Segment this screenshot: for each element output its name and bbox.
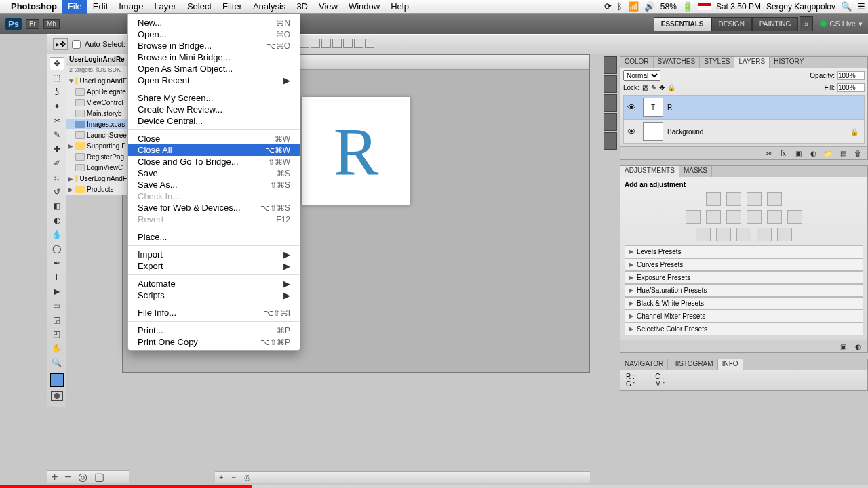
lock-transparent-icon[interactable]: ▨ <box>642 84 648 92</box>
timemachine-icon[interactable]: ⟳ <box>604 1 612 12</box>
panel-tab[interactable]: HISTOGRAM <box>668 359 717 370</box>
file-menu-item[interactable]: Share My Screen... <box>128 92 300 104</box>
add-icon[interactable]: + <box>52 471 58 483</box>
layer-row[interactable]: 👁TR <box>623 95 865 119</box>
new-layer-icon[interactable]: ▤ <box>837 148 848 158</box>
project-item[interactable]: ViewControl <box>66 97 128 108</box>
fill-input[interactable] <box>837 83 865 92</box>
history-brush-tool[interactable]: ↺ <box>50 185 64 199</box>
battery-percent[interactable]: 58% <box>660 2 677 12</box>
menu-image[interactable]: Image <box>113 0 149 14</box>
lock-all-icon[interactable]: 🔒 <box>667 84 675 92</box>
crop-tool[interactable]: ✂ <box>50 114 64 127</box>
file-menu-item[interactable]: Place... <box>128 231 300 243</box>
canvas[interactable]: R <box>302 97 410 205</box>
preset-item[interactable]: Exposure Presets <box>625 271 863 284</box>
3d-camera-tool[interactable]: ◰ <box>50 327 64 341</box>
project-item[interactable]: RegisterPag <box>66 151 128 162</box>
project-item[interactable]: ▶UserLoginAndF <box>66 173 128 184</box>
project-item[interactable]: Main.storyb <box>66 108 128 119</box>
panel-tab[interactable]: MASKS <box>679 166 712 177</box>
file-menu-item[interactable]: Save As...⇧⌘S <box>128 179 300 190</box>
menu-filter[interactable]: Filter <box>217 0 248 14</box>
video-progress-bar[interactable] <box>0 485 868 488</box>
quickselect-tool[interactable]: ✦ <box>50 100 64 113</box>
cs-live-button[interactable]: CS Live ▾ <box>820 20 863 28</box>
preset-item[interactable]: Selective Color Presets <box>625 323 863 336</box>
stamp-tool[interactable]: ⎌ <box>50 171 64 184</box>
file-menu-item[interactable]: Open...⌘O <box>128 28 300 40</box>
gradient-tool[interactable]: ◐ <box>50 214 64 227</box>
file-menu-item[interactable]: File Info...⌥⇧⌘I <box>128 307 300 319</box>
lasso-tool[interactable]: ʖ <box>50 85 64 99</box>
workspace-painting[interactable]: PAINTING <box>752 17 798 31</box>
file-menu-item[interactable]: Open Recent▶ <box>128 75 300 86</box>
fit-icon[interactable]: ◎ <box>244 473 251 482</box>
file-menu-item[interactable]: Browse in Bridge...⌥⌘O <box>128 40 300 52</box>
battery-icon[interactable]: 🔋 <box>682 1 693 12</box>
app-name[interactable]: Photoshop <box>11 1 57 12</box>
file-menu-item[interactable]: Print...⌘P <box>128 325 300 336</box>
project-item[interactable]: AppDelegate <box>66 86 128 97</box>
menu-help[interactable]: Help <box>385 0 414 14</box>
volume-icon[interactable]: 🔊 <box>644 1 655 12</box>
auto-select-checkbox[interactable] <box>72 40 81 49</box>
preset-item[interactable]: Black & White Presets <box>625 297 863 310</box>
menu-view[interactable]: View <box>313 0 343 14</box>
quickmask-icon[interactable] <box>51 391 63 401</box>
file-menu-item[interactable]: Close⌘W <box>128 133 300 144</box>
panel-tab[interactable]: STYLES <box>700 57 734 68</box>
opacity-input[interactable] <box>837 71 865 80</box>
type-tool[interactable]: T <box>50 270 64 284</box>
delete-layer-icon[interactable]: 🗑 <box>852 148 863 158</box>
panel-tab[interactable]: INFO <box>718 359 743 370</box>
bluetooth-icon[interactable]: ᛒ <box>617 1 623 12</box>
spotlight-icon[interactable]: 🔍 <box>841 1 852 12</box>
menu-file[interactable]: File <box>62 0 87 14</box>
project-item[interactable]: LoginViewC <box>66 162 128 173</box>
panel-tab[interactable]: ADJUSTMENTS <box>620 166 679 177</box>
menubar-clock[interactable]: Sat 3:50 PM <box>716 2 761 12</box>
adjustment-layer-icon[interactable]: ◐ <box>808 148 818 158</box>
layer-mask-icon[interactable]: ▣ <box>793 148 804 158</box>
visibility-icon[interactable]: 👁 <box>624 102 639 113</box>
menu-analysis[interactable]: Analysis <box>248 0 291 14</box>
collapsed-panel-icons[interactable] <box>604 56 618 151</box>
file-menu-item[interactable]: Browse in Mini Bridge... <box>128 52 300 63</box>
preset-item[interactable]: Hue/Saturation Presets <box>625 284 863 297</box>
eyedropper-tool[interactable]: ✎ <box>50 128 64 142</box>
workspace-essentials[interactable]: ESSENTIALS <box>654 17 711 31</box>
layer-group-icon[interactable]: 📁 <box>823 148 833 158</box>
brush-tool[interactable]: ✐ <box>50 157 64 170</box>
wifi-icon[interactable]: 📶 <box>628 1 639 12</box>
shape-tool[interactable]: ▭ <box>50 299 64 312</box>
file-menu-item[interactable]: Scripts▶ <box>128 289 300 301</box>
move-tool[interactable]: ✥ <box>50 57 64 70</box>
file-menu-item[interactable]: Device Central... <box>128 115 300 127</box>
zoom-tool[interactable]: 🔍 <box>50 356 64 369</box>
panel-tab[interactable]: COLOR <box>620 57 654 68</box>
menu-layer[interactable]: Layer <box>149 0 182 14</box>
menu-select[interactable]: Select <box>182 0 217 14</box>
file-menu-item[interactable]: Print One Copy⌥⇧⌘P <box>128 336 300 348</box>
eraser-tool[interactable]: ◧ <box>50 199 64 213</box>
lock-position-icon[interactable]: ✥ <box>659 84 665 92</box>
layer-style-icon[interactable]: fx <box>778 148 789 158</box>
blur-tool[interactable]: 💧 <box>50 228 64 241</box>
bridge-button[interactable]: Br <box>26 19 39 29</box>
file-menu-item[interactable]: Automate▶ <box>128 278 300 289</box>
workspace-overflow-icon[interactable]: » <box>800 16 813 31</box>
zoom-in-icon[interactable]: − <box>231 473 235 481</box>
file-menu-item[interactable]: Create New Review... <box>128 104 300 115</box>
path-select-tool[interactable]: ▶ <box>50 285 64 298</box>
menubar-user[interactable]: Sergey Kargopolov <box>766 2 835 12</box>
preset-item[interactable]: Levels Presets <box>625 245 863 258</box>
blend-mode-select[interactable]: Normal <box>623 70 660 81</box>
remove-icon[interactable]: − <box>64 471 71 483</box>
panel-tab[interactable]: NAVIGATOR <box>620 359 668 370</box>
healing-tool[interactable]: ✚ <box>50 142 64 156</box>
file-menu-item[interactable]: Save⌘S <box>128 167 300 179</box>
layer-row[interactable]: 👁Background🔒 <box>623 119 865 144</box>
preset-item[interactable]: Curves Presets <box>625 258 863 271</box>
menu-window[interactable]: Window <box>343 0 385 14</box>
